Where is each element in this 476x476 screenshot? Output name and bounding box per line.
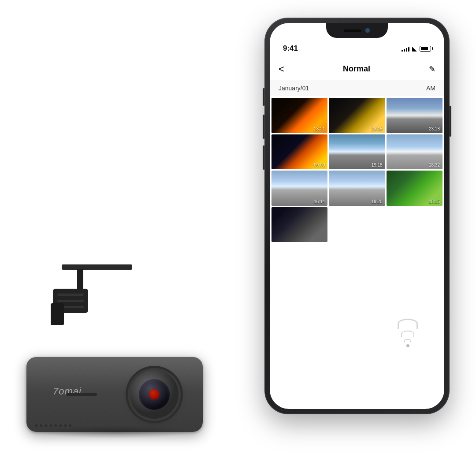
thumb-time-1: 23:21 <box>314 126 325 131</box>
volume-up-button <box>263 115 264 139</box>
video-thumb-9[interactable]: 18:15 <box>387 171 443 206</box>
edit-button[interactable]: ✎ <box>429 64 435 74</box>
grille-dot-4 <box>50 424 52 427</box>
lens-outer <box>130 370 178 419</box>
thumb-time-9: 18:15 <box>429 199 440 204</box>
mute-button <box>263 88 264 106</box>
video-thumb-10[interactable] <box>271 207 327 242</box>
status-bar: 9:41 ◣ <box>270 39 444 58</box>
signal-bars <box>402 45 409 52</box>
video-thumb-4[interactable]: 09:00 <box>271 134 327 170</box>
video-thumb-8[interactable]: 19:20 <box>329 171 385 206</box>
video-thumb-1[interactable]: 23:21 <box>271 98 327 133</box>
signal-bar-1 <box>402 50 403 52</box>
signal-bar-4 <box>408 47 409 52</box>
date-label: January/01 <box>279 85 309 92</box>
clamp-line-2 <box>57 300 84 302</box>
thumb-time-3: 23:18 <box>429 126 440 131</box>
battery-icon <box>420 46 431 52</box>
thumb-time-5: 19:18 <box>372 163 383 167</box>
wifi-arc-small <box>404 339 411 342</box>
lens-inner <box>139 379 170 410</box>
wifi-arc-large <box>398 319 418 329</box>
date-header: January/01 AM <box>270 80 444 96</box>
video-grid: 23:21 23:18 23:18 09:00 19:18 18:32 <box>270 96 444 244</box>
grille-dot-2 <box>40 424 42 427</box>
back-button[interactable]: < <box>279 63 284 75</box>
video-thumb-3[interactable]: 23:18 <box>387 98 443 133</box>
phone-notch <box>326 23 388 38</box>
thumb-time-2: 23:18 <box>372 126 383 131</box>
wifi-connection-indicator <box>398 319 418 347</box>
grille-dot-5 <box>55 424 57 427</box>
cam-slot <box>66 393 97 396</box>
main-scene: 7omai <box>0 0 476 476</box>
thumb-time-8: 19:20 <box>372 199 383 204</box>
video-thumb-2[interactable]: 23:18 <box>329 98 385 133</box>
wifi-arc-medium <box>401 331 414 337</box>
dashcam: 7omai <box>26 264 220 432</box>
mount-top <box>62 264 132 270</box>
status-time: 9:41 <box>283 44 298 53</box>
wifi-status-icon: ◣ <box>412 45 417 52</box>
thumb-time-4: 09:00 <box>314 163 325 167</box>
phone: 9:41 ◣ < Normal ✎ <box>264 18 450 414</box>
video-thumb-6[interactable]: 18:32 <box>387 134 443 170</box>
grille-dot-3 <box>45 424 47 427</box>
status-icons: ◣ <box>402 45 431 52</box>
power-button <box>450 106 451 137</box>
signal-bar-2 <box>404 49 405 52</box>
thumb-time-7: 16:14 <box>314 199 325 204</box>
mount-connector <box>51 303 64 325</box>
notch-speaker <box>344 30 361 32</box>
clamp-line-1 <box>57 294 84 296</box>
screen-title: Normal <box>343 64 370 74</box>
nav-bar: < Normal ✎ <box>270 58 444 80</box>
date-period: AM <box>426 85 435 92</box>
video-thumb-7[interactable]: 16:14 <box>271 171 327 206</box>
wifi-dot <box>406 344 409 347</box>
volume-down-button <box>263 145 264 170</box>
battery-fill <box>421 47 428 50</box>
thumb-time-6: 18:32 <box>429 163 440 167</box>
cam-body: 7omai <box>26 357 203 432</box>
cam-shadow <box>35 425 194 439</box>
grille-dot-1 <box>35 424 37 427</box>
grille-dot-6 <box>60 424 62 427</box>
front-camera <box>365 28 370 33</box>
signal-bar-3 <box>406 48 407 52</box>
lens-center <box>149 390 159 399</box>
phone-screen: 9:41 ◣ < Normal ✎ <box>270 23 444 409</box>
video-thumb-5[interactable]: 19:18 <box>329 134 385 170</box>
